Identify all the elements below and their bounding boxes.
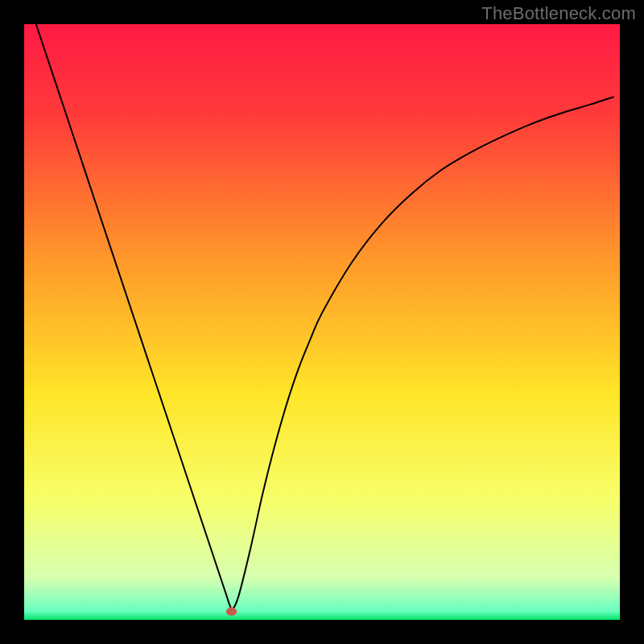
- gradient-fill: [24, 24, 620, 620]
- chart-container: TheBottleneck.com: [0, 0, 644, 644]
- watermark-text: TheBottleneck.com: [481, 3, 636, 24]
- plot-background: [24, 24, 620, 620]
